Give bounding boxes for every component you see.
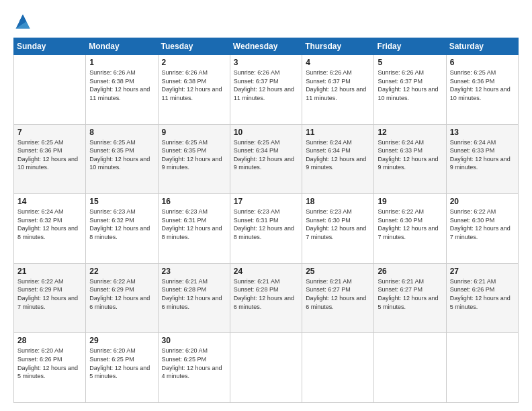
day-number: 21: [17, 267, 82, 276]
day-number: 30: [162, 336, 226, 345]
day-info: Sunrise: 6:23 AMSunset: 6:32 PMDaylight:…: [89, 208, 154, 241]
calendar-cell: [302, 333, 374, 403]
calendar-cell: 6Sunrise: 6:25 AMSunset: 6:36 PMDaylight…: [446, 55, 518, 125]
day-header-thursday: Thursday: [302, 38, 374, 55]
calendar-cell: 9Sunrise: 6:25 AMSunset: 6:35 PMDaylight…: [158, 124, 230, 194]
day-info: Sunrise: 6:20 AMSunset: 6:26 PMDaylight:…: [17, 347, 82, 380]
day-number: 14: [17, 197, 82, 206]
calendar-cell: 22Sunrise: 6:22 AMSunset: 6:29 PMDayligh…: [86, 263, 158, 333]
day-number: 22: [89, 267, 154, 276]
page: SundayMondayTuesdayWednesdayThursdayFrid…: [0, 0, 532, 411]
calendar-cell: 13Sunrise: 6:24 AMSunset: 6:33 PMDayligh…: [446, 124, 518, 194]
day-info: Sunrise: 6:21 AMSunset: 6:27 PMDaylight:…: [306, 277, 370, 311]
day-info: Sunrise: 6:20 AMSunset: 6:25 PMDaylight:…: [162, 347, 226, 380]
day-info: Sunrise: 6:24 AMSunset: 6:33 PMDaylight:…: [450, 138, 515, 172]
header: [13, 12, 519, 31]
day-info: Sunrise: 6:23 AMSunset: 6:30 PMDaylight:…: [306, 208, 370, 241]
day-header-saturday: Saturday: [446, 38, 518, 55]
day-info: Sunrise: 6:26 AMSunset: 6:37 PMDaylight:…: [234, 68, 298, 102]
logo-icon: [13, 12, 32, 31]
day-number: 19: [378, 197, 442, 206]
day-number: 27: [450, 267, 515, 276]
day-number: 9: [162, 128, 226, 137]
calendar-cell: 2Sunrise: 6:26 AMSunset: 6:38 PMDaylight…: [158, 55, 230, 125]
calendar-cell: 26Sunrise: 6:21 AMSunset: 6:27 PMDayligh…: [374, 263, 446, 333]
day-number: 18: [306, 197, 370, 206]
day-number: 24: [234, 267, 298, 276]
day-number: 2: [162, 58, 226, 67]
day-info: Sunrise: 6:21 AMSunset: 6:28 PMDaylight:…: [162, 277, 226, 311]
day-header-sunday: Sunday: [14, 38, 86, 55]
day-info: Sunrise: 6:25 AMSunset: 6:36 PMDaylight:…: [450, 68, 515, 102]
calendar-cell: 15Sunrise: 6:23 AMSunset: 6:32 PMDayligh…: [86, 194, 158, 264]
calendar-week-4: 28Sunrise: 6:20 AMSunset: 6:26 PMDayligh…: [14, 333, 519, 403]
calendar-week-3: 21Sunrise: 6:22 AMSunset: 6:29 PMDayligh…: [14, 263, 519, 333]
calendar-week-0: 1Sunrise: 6:26 AMSunset: 6:38 PMDaylight…: [14, 55, 519, 125]
day-header-monday: Monday: [86, 38, 158, 55]
calendar-cell: 3Sunrise: 6:26 AMSunset: 6:37 PMDaylight…: [230, 55, 302, 125]
day-info: Sunrise: 6:20 AMSunset: 6:25 PMDaylight:…: [89, 347, 154, 380]
day-info: Sunrise: 6:26 AMSunset: 6:38 PMDaylight:…: [89, 68, 154, 102]
calendar-table: SundayMondayTuesdayWednesdayThursdayFrid…: [13, 38, 519, 403]
day-number: 11: [306, 128, 370, 137]
day-number: 16: [162, 197, 226, 206]
day-info: Sunrise: 6:26 AMSunset: 6:37 PMDaylight:…: [306, 68, 370, 102]
day-info: Sunrise: 6:25 AMSunset: 6:35 PMDaylight:…: [162, 138, 226, 172]
day-info: Sunrise: 6:23 AMSunset: 6:31 PMDaylight:…: [234, 208, 298, 241]
calendar-cell: 27Sunrise: 6:21 AMSunset: 6:26 PMDayligh…: [446, 263, 518, 333]
calendar-cell: 4Sunrise: 6:26 AMSunset: 6:37 PMDaylight…: [302, 55, 374, 125]
day-info: Sunrise: 6:21 AMSunset: 6:26 PMDaylight:…: [450, 277, 515, 311]
day-number: 25: [306, 267, 370, 276]
calendar-header-row: SundayMondayTuesdayWednesdayThursdayFrid…: [14, 38, 519, 55]
day-info: Sunrise: 6:24 AMSunset: 6:34 PMDaylight:…: [306, 138, 370, 172]
calendar-cell: 20Sunrise: 6:22 AMSunset: 6:30 PMDayligh…: [446, 194, 518, 264]
calendar-cell: [230, 333, 302, 403]
calendar-cell: 29Sunrise: 6:20 AMSunset: 6:25 PMDayligh…: [86, 333, 158, 403]
day-number: 10: [234, 128, 298, 137]
calendar-cell: 18Sunrise: 6:23 AMSunset: 6:30 PMDayligh…: [302, 194, 374, 264]
calendar-cell: 17Sunrise: 6:23 AMSunset: 6:31 PMDayligh…: [230, 194, 302, 264]
day-info: Sunrise: 6:21 AMSunset: 6:27 PMDaylight:…: [378, 277, 442, 311]
calendar-cell: 5Sunrise: 6:26 AMSunset: 6:37 PMDaylight…: [374, 55, 446, 125]
calendar-cell: 24Sunrise: 6:21 AMSunset: 6:28 PMDayligh…: [230, 263, 302, 333]
day-number: 17: [234, 197, 298, 206]
day-info: Sunrise: 6:22 AMSunset: 6:30 PMDaylight:…: [450, 208, 515, 241]
day-info: Sunrise: 6:25 AMSunset: 6:34 PMDaylight:…: [234, 138, 298, 172]
day-number: 8: [89, 128, 154, 137]
day-info: Sunrise: 6:25 AMSunset: 6:36 PMDaylight:…: [17, 138, 82, 172]
calendar-cell: 8Sunrise: 6:25 AMSunset: 6:35 PMDaylight…: [86, 124, 158, 194]
day-info: Sunrise: 6:25 AMSunset: 6:35 PMDaylight:…: [89, 138, 154, 172]
day-number: 26: [378, 267, 442, 276]
day-number: 20: [450, 197, 515, 206]
calendar-cell: [446, 333, 518, 403]
day-info: Sunrise: 6:22 AMSunset: 6:30 PMDaylight:…: [378, 208, 442, 241]
day-header-tuesday: Tuesday: [158, 38, 230, 55]
calendar-cell: 1Sunrise: 6:26 AMSunset: 6:38 PMDaylight…: [86, 55, 158, 125]
calendar-cell: 7Sunrise: 6:25 AMSunset: 6:36 PMDaylight…: [14, 124, 86, 194]
calendar-cell: 12Sunrise: 6:24 AMSunset: 6:33 PMDayligh…: [374, 124, 446, 194]
calendar-week-1: 7Sunrise: 6:25 AMSunset: 6:36 PMDaylight…: [14, 124, 519, 194]
calendar-cell: 30Sunrise: 6:20 AMSunset: 6:25 PMDayligh…: [158, 333, 230, 403]
calendar-cell: [14, 55, 86, 125]
day-number: 15: [89, 197, 154, 206]
day-number: 5: [378, 58, 442, 67]
calendar-cell: [374, 333, 446, 403]
calendar-cell: 25Sunrise: 6:21 AMSunset: 6:27 PMDayligh…: [302, 263, 374, 333]
day-number: 29: [89, 336, 154, 345]
day-info: Sunrise: 6:26 AMSunset: 6:38 PMDaylight:…: [162, 68, 226, 102]
calendar-cell: 28Sunrise: 6:20 AMSunset: 6:26 PMDayligh…: [14, 333, 86, 403]
day-number: 23: [162, 267, 226, 276]
day-number: 3: [234, 58, 298, 67]
day-info: Sunrise: 6:23 AMSunset: 6:31 PMDaylight:…: [162, 208, 226, 241]
day-header-wednesday: Wednesday: [230, 38, 302, 55]
calendar-cell: 16Sunrise: 6:23 AMSunset: 6:31 PMDayligh…: [158, 194, 230, 264]
day-info: Sunrise: 6:26 AMSunset: 6:37 PMDaylight:…: [378, 68, 442, 102]
day-number: 7: [17, 128, 82, 137]
day-info: Sunrise: 6:22 AMSunset: 6:29 PMDaylight:…: [89, 277, 154, 311]
calendar-week-2: 14Sunrise: 6:24 AMSunset: 6:32 PMDayligh…: [14, 194, 519, 264]
calendar-cell: 10Sunrise: 6:25 AMSunset: 6:34 PMDayligh…: [230, 124, 302, 194]
day-header-friday: Friday: [374, 38, 446, 55]
day-info: Sunrise: 6:22 AMSunset: 6:29 PMDaylight:…: [17, 277, 82, 311]
calendar-cell: 14Sunrise: 6:24 AMSunset: 6:32 PMDayligh…: [14, 194, 86, 264]
calendar-cell: 19Sunrise: 6:22 AMSunset: 6:30 PMDayligh…: [374, 194, 446, 264]
